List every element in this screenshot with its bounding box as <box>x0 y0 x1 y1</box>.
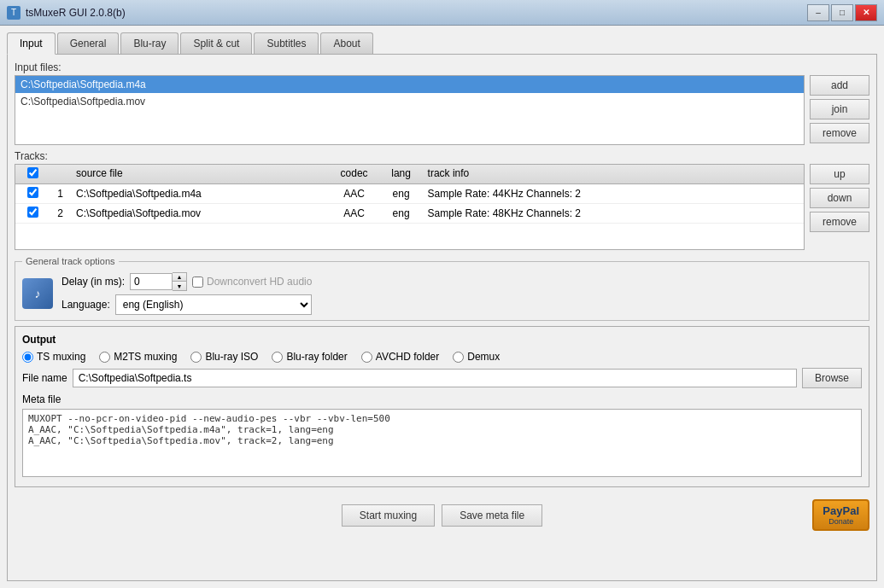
track-options-fields: Delay (in ms): ▲ ▼ Downconvert HD audio <box>61 272 312 315</box>
track2-num: 2 <box>50 205 71 222</box>
radio-bluray-iso[interactable] <box>190 352 202 363</box>
delay-spinner: ▲ ▼ <box>130 272 187 291</box>
browse-button[interactable]: Browse <box>802 368 862 388</box>
mode-bluray-folder-label: Blu-ray folder <box>286 351 347 363</box>
save-meta-file-button[interactable]: Save meta file <box>442 504 542 527</box>
mode-ts-label: TS muxing <box>37 351 85 363</box>
mode-avchd-label: AVCHD folder <box>376 351 439 363</box>
delay-input[interactable] <box>130 273 173 290</box>
maximize-button[interactable]: □ <box>831 4 853 21</box>
bottom-right: PayPal Donate <box>542 499 869 531</box>
app-icon: T <box>7 6 20 20</box>
track2-codec: AAC <box>329 205 380 222</box>
track2-check[interactable] <box>15 204 50 223</box>
delay-row: Delay (in ms): ▲ ▼ Downconvert HD audio <box>61 272 312 291</box>
track-side-buttons: up down remove <box>810 164 869 250</box>
track1-num: 1 <box>50 185 71 202</box>
title-bar: T tsMuxeR GUI 2.0.8(b) – □ ✕ <box>0 0 884 26</box>
main-content: Input General Blu-ray Split & cut Subtit… <box>0 26 884 588</box>
remove-file-button[interactable]: remove <box>810 123 869 143</box>
mode-demux-label: Demux <box>467 351 500 363</box>
file-item-1[interactable]: C:\Softpedia\Softpedia.m4a <box>15 76 804 93</box>
input-files-section: Input files: C:\Softpedia\Softpedia.m4a … <box>15 61 869 145</box>
minimize-button[interactable]: – <box>807 4 829 21</box>
title-controls: – □ ✕ <box>807 4 877 21</box>
track2-info: Sample Rate: 48KHz Channels: 2 <box>423 205 804 222</box>
radio-bluray-folder[interactable] <box>272 352 283 363</box>
paypal-sub: Donate <box>828 517 853 526</box>
tab-about[interactable]: About <box>320 32 372 54</box>
tracks-label: Tracks: <box>15 150 869 162</box>
bottom-bar: Start muxing Save meta file PayPal Donat… <box>15 492 869 531</box>
mode-bluray-folder: Blu-ray folder <box>272 351 347 363</box>
mux-mode-group: TS muxing M2TS muxing Blu-ray ISO Blu-ra… <box>22 351 862 363</box>
paypal-donate-button[interactable]: PayPal Donate <box>812 499 869 531</box>
tab-subtitles[interactable]: Subtitles <box>254 32 319 54</box>
add-button[interactable]: add <box>810 75 869 96</box>
radio-avchd[interactable] <box>361 352 372 363</box>
input-files-label: Input files: <box>15 61 869 73</box>
filename-label: File name <box>22 372 67 384</box>
track2-lang: eng <box>380 205 423 222</box>
lang-label: Language: <box>61 299 110 311</box>
track-audio-icon: ♪ <box>22 278 53 309</box>
mode-demux: Demux <box>453 351 500 363</box>
radio-ts[interactable] <box>22 352 33 363</box>
track1-info: Sample Rate: 44KHz Channels: 2 <box>423 185 804 202</box>
downconvert-checkbox[interactable] <box>192 277 203 288</box>
title-text: tsMuxeR GUI 2.0.8(b) <box>26 7 126 19</box>
file-item-2[interactable]: C:\Softpedia\Softpedia.mov <box>15 93 804 110</box>
output-label: Output <box>22 334 862 346</box>
track-options-content: ♪ Delay (in ms): ▲ ▼ Do <box>22 272 862 315</box>
tab-input[interactable]: Input <box>7 32 56 55</box>
output-section: Output TS muxing M2TS muxing Blu-ray ISO… <box>15 326 869 487</box>
meta-label: Meta file <box>22 393 862 405</box>
header-checkbox[interactable] <box>27 167 38 178</box>
join-button[interactable]: join <box>810 99 869 119</box>
tracks-table: source file codec lang track info 1 C:\S… <box>15 164 805 250</box>
spinner-down[interactable]: ▼ <box>173 282 186 290</box>
lang-row: Language: eng (English) <box>61 294 312 315</box>
down-button[interactable]: down <box>810 188 869 208</box>
spinner-up[interactable]: ▲ <box>173 273 186 282</box>
tracks-section: Tracks: source file codec lang track inf… <box>15 150 869 250</box>
input-files-buttons: add join remove <box>810 75 869 145</box>
header-codec: codec <box>329 165 380 183</box>
mode-m2ts: M2TS muxing <box>99 351 177 363</box>
header-info: track info <box>423 165 804 183</box>
tab-bar: Input General Blu-ray Split & cut Subtit… <box>7 32 877 55</box>
paypal-text: PayPal <box>823 504 859 517</box>
meta-textarea[interactable]: MUXOPT --no-pcr-on-video-pid --new-audio… <box>22 409 862 477</box>
radio-demux[interactable] <box>453 352 464 363</box>
general-track-options-box: General track options ♪ Delay (in ms): ▲… <box>15 255 869 321</box>
mode-avchd: AVCHD folder <box>361 351 439 363</box>
header-num <box>50 165 71 183</box>
tab-content-input: Input files: C:\Softpedia\Softpedia.m4a … <box>7 55 877 581</box>
header-lang: lang <box>380 165 423 183</box>
tab-general[interactable]: General <box>57 32 120 54</box>
track1-lang: eng <box>380 185 423 202</box>
filename-row: File name Browse <box>22 368 862 388</box>
tab-bluray[interactable]: Blu-ray <box>120 32 179 54</box>
lang-select[interactable]: eng (English) <box>115 294 313 315</box>
remove-track-button[interactable]: remove <box>810 212 869 232</box>
table-row: 1 C:\Softpedia\Softpedia.m4a AAC eng Sam… <box>15 184 804 204</box>
up-button[interactable]: up <box>810 164 869 184</box>
downconvert-label: Downconvert HD audio <box>192 276 312 288</box>
input-files-list[interactable]: C:\Softpedia\Softpedia.m4a C:\Softpedia\… <box>15 75 805 145</box>
bottom-center-buttons: Start muxing Save meta file <box>342 504 542 527</box>
radio-m2ts[interactable] <box>99 352 110 363</box>
general-track-options-label: General track options <box>22 256 119 266</box>
title-bar-left: T tsMuxeR GUI 2.0.8(b) <box>7 6 126 20</box>
track1-check[interactable] <box>15 184 50 203</box>
table-row-empty <box>15 224 804 249</box>
tracks-row: source file codec lang track info 1 C:\S… <box>15 164 869 250</box>
table-row: 2 C:\Softpedia\Softpedia.mov AAC eng Sam… <box>15 204 804 224</box>
track1-codec: AAC <box>329 185 380 202</box>
start-muxing-button[interactable]: Start muxing <box>342 504 435 527</box>
tab-splitcut[interactable]: Split & cut <box>180 32 252 54</box>
track1-source: C:\Softpedia\Softpedia.m4a <box>71 185 329 202</box>
filename-input[interactable] <box>73 369 797 387</box>
close-button[interactable]: ✕ <box>855 4 877 21</box>
header-check <box>15 165 50 183</box>
